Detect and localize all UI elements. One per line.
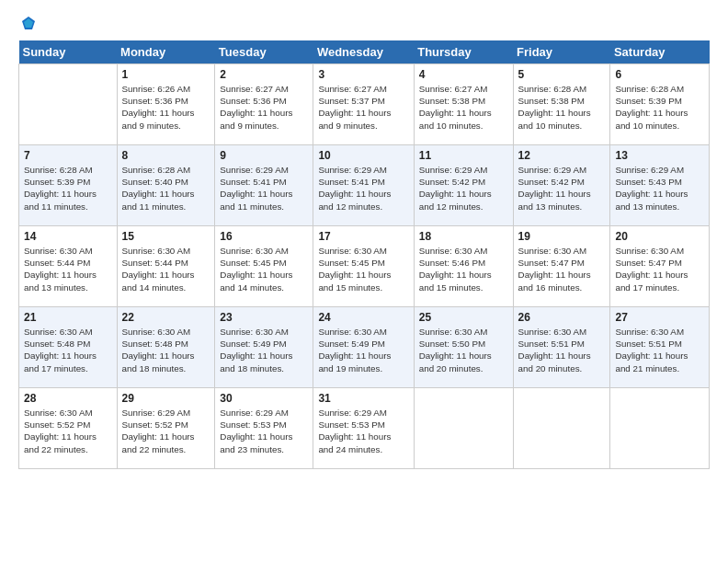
calendar-header-row: SundayMondayTuesdayWednesdayThursdayFrid… (19, 40, 710, 64)
day-info: Sunrise: 6:29 AM Sunset: 5:41 PM Dayligh… (220, 164, 308, 213)
day-number: 16 (220, 230, 308, 243)
day-number: 21 (24, 311, 112, 324)
day-info: Sunrise: 6:29 AM Sunset: 5:53 PM Dayligh… (318, 407, 408, 455)
day-info: Sunrise: 6:29 AM Sunset: 5:53 PM Dayligh… (220, 407, 308, 455)
header (18, 15, 710, 31)
calendar-cell: 23Sunrise: 6:30 AM Sunset: 5:49 PM Dayli… (215, 307, 313, 388)
day-number: 31 (318, 392, 408, 405)
day-info: Sunrise: 6:30 AM Sunset: 5:48 PM Dayligh… (24, 326, 112, 374)
weekday-header: Monday (117, 40, 215, 64)
weekday-header: Saturday (610, 40, 710, 64)
calendar-cell: 26Sunrise: 6:30 AM Sunset: 5:51 PM Dayli… (513, 307, 610, 388)
day-number: 26 (518, 311, 606, 324)
day-info: Sunrise: 6:27 AM Sunset: 5:36 PM Dayligh… (220, 83, 308, 132)
day-info: Sunrise: 6:29 AM Sunset: 5:43 PM Dayligh… (615, 164, 704, 213)
calendar-cell (513, 388, 610, 469)
calendar-week-row: 14Sunrise: 6:30 AM Sunset: 5:44 PM Dayli… (19, 226, 710, 307)
day-info: Sunrise: 6:30 AM Sunset: 5:48 PM Dayligh… (122, 326, 210, 374)
calendar-cell: 24Sunrise: 6:30 AM Sunset: 5:49 PM Dayli… (313, 307, 414, 388)
calendar-cell: 17Sunrise: 6:30 AM Sunset: 5:45 PM Dayli… (313, 226, 414, 307)
day-info: Sunrise: 6:30 AM Sunset: 5:52 PM Dayligh… (24, 407, 112, 455)
calendar-week-row: 1Sunrise: 6:26 AM Sunset: 5:36 PM Daylig… (19, 64, 710, 145)
calendar-cell: 18Sunrise: 6:30 AM Sunset: 5:46 PM Dayli… (414, 226, 513, 307)
day-info: Sunrise: 6:30 AM Sunset: 5:51 PM Dayligh… (518, 326, 606, 374)
day-info: Sunrise: 6:30 AM Sunset: 5:49 PM Dayligh… (318, 326, 408, 374)
day-info: Sunrise: 6:30 AM Sunset: 5:46 PM Dayligh… (419, 245, 508, 293)
day-number: 2 (220, 68, 308, 81)
day-number: 10 (318, 149, 408, 162)
day-info: Sunrise: 6:30 AM Sunset: 5:50 PM Dayligh… (419, 326, 508, 374)
day-number: 23 (220, 311, 308, 324)
calendar-cell: 1Sunrise: 6:26 AM Sunset: 5:36 PM Daylig… (117, 64, 215, 145)
calendar-cell: 20Sunrise: 6:30 AM Sunset: 5:47 PM Dayli… (610, 226, 710, 307)
calendar-cell: 28Sunrise: 6:30 AM Sunset: 5:52 PM Dayli… (19, 388, 118, 469)
calendar-cell: 3Sunrise: 6:27 AM Sunset: 5:37 PM Daylig… (313, 64, 414, 145)
calendar-cell (19, 64, 118, 145)
weekday-header: Tuesday (215, 40, 313, 64)
day-number: 11 (419, 149, 508, 162)
day-number: 12 (518, 149, 606, 162)
day-number: 15 (122, 230, 210, 243)
day-number: 5 (518, 68, 606, 81)
day-number: 24 (318, 311, 408, 324)
day-number: 25 (419, 311, 508, 324)
calendar-cell: 2Sunrise: 6:27 AM Sunset: 5:36 PM Daylig… (215, 64, 313, 145)
calendar-cell: 6Sunrise: 6:28 AM Sunset: 5:39 PM Daylig… (610, 64, 710, 145)
day-info: Sunrise: 6:29 AM Sunset: 5:42 PM Dayligh… (419, 164, 508, 213)
calendar-cell: 11Sunrise: 6:29 AM Sunset: 5:42 PM Dayli… (414, 145, 513, 226)
calendar-cell: 21Sunrise: 6:30 AM Sunset: 5:48 PM Dayli… (19, 307, 118, 388)
calendar-cell: 7Sunrise: 6:28 AM Sunset: 5:39 PM Daylig… (19, 145, 118, 226)
calendar-cell: 8Sunrise: 6:28 AM Sunset: 5:40 PM Daylig… (117, 145, 215, 226)
day-info: Sunrise: 6:30 AM Sunset: 5:44 PM Dayligh… (122, 245, 210, 293)
day-number: 14 (24, 230, 112, 243)
day-info: Sunrise: 6:30 AM Sunset: 5:47 PM Dayligh… (518, 245, 606, 293)
page: SundayMondayTuesdayWednesdayThursdayFrid… (0, 0, 728, 478)
day-info: Sunrise: 6:30 AM Sunset: 5:45 PM Dayligh… (318, 245, 408, 293)
day-info: Sunrise: 6:29 AM Sunset: 5:52 PM Dayligh… (122, 407, 210, 455)
day-info: Sunrise: 6:30 AM Sunset: 5:44 PM Dayligh… (24, 245, 112, 293)
calendar-cell: 29Sunrise: 6:29 AM Sunset: 5:52 PM Dayli… (117, 388, 215, 469)
calendar-week-row: 21Sunrise: 6:30 AM Sunset: 5:48 PM Dayli… (19, 307, 710, 388)
day-info: Sunrise: 6:30 AM Sunset: 5:47 PM Dayligh… (615, 245, 704, 293)
calendar-cell: 25Sunrise: 6:30 AM Sunset: 5:50 PM Dayli… (414, 307, 513, 388)
calendar-cell: 22Sunrise: 6:30 AM Sunset: 5:48 PM Dayli… (117, 307, 215, 388)
day-number: 17 (318, 230, 408, 243)
day-number: 9 (220, 149, 308, 162)
day-info: Sunrise: 6:30 AM Sunset: 5:45 PM Dayligh… (220, 245, 308, 293)
day-number: 3 (318, 68, 408, 81)
day-number: 27 (615, 311, 704, 324)
day-info: Sunrise: 6:28 AM Sunset: 5:38 PM Dayligh… (518, 83, 606, 132)
day-info: Sunrise: 6:29 AM Sunset: 5:41 PM Dayligh… (318, 164, 408, 213)
calendar-cell: 27Sunrise: 6:30 AM Sunset: 5:51 PM Dayli… (610, 307, 710, 388)
weekday-header: Thursday (414, 40, 513, 64)
day-info: Sunrise: 6:30 AM Sunset: 5:49 PM Dayligh… (220, 326, 308, 374)
calendar-cell (414, 388, 513, 469)
day-number: 4 (419, 68, 508, 81)
calendar-cell: 5Sunrise: 6:28 AM Sunset: 5:38 PM Daylig… (513, 64, 610, 145)
calendar-cell: 13Sunrise: 6:29 AM Sunset: 5:43 PM Dayli… (610, 145, 710, 226)
day-number: 13 (615, 149, 704, 162)
calendar-cell: 30Sunrise: 6:29 AM Sunset: 5:53 PM Dayli… (215, 388, 313, 469)
day-number: 18 (419, 230, 508, 243)
day-number: 28 (24, 392, 112, 405)
day-info: Sunrise: 6:30 AM Sunset: 5:51 PM Dayligh… (615, 326, 704, 374)
calendar-cell: 9Sunrise: 6:29 AM Sunset: 5:41 PM Daylig… (215, 145, 313, 226)
calendar-table: SundayMondayTuesdayWednesdayThursdayFrid… (18, 40, 710, 469)
calendar-week-row: 28Sunrise: 6:30 AM Sunset: 5:52 PM Dayli… (19, 388, 710, 469)
day-number: 29 (122, 392, 210, 405)
calendar-cell: 14Sunrise: 6:30 AM Sunset: 5:44 PM Dayli… (19, 226, 118, 307)
day-number: 19 (518, 230, 606, 243)
day-info: Sunrise: 6:27 AM Sunset: 5:38 PM Dayligh… (419, 83, 508, 132)
weekday-header: Sunday (19, 40, 118, 64)
day-number: 7 (24, 149, 112, 162)
day-info: Sunrise: 6:28 AM Sunset: 5:39 PM Dayligh… (24, 164, 112, 213)
day-info: Sunrise: 6:27 AM Sunset: 5:37 PM Dayligh… (318, 83, 408, 132)
day-number: 1 (122, 68, 210, 81)
calendar-cell: 15Sunrise: 6:30 AM Sunset: 5:44 PM Dayli… (117, 226, 215, 307)
calendar-cell: 19Sunrise: 6:30 AM Sunset: 5:47 PM Dayli… (513, 226, 610, 307)
weekday-header: Wednesday (313, 40, 414, 64)
day-info: Sunrise: 6:26 AM Sunset: 5:36 PM Dayligh… (122, 83, 210, 132)
day-number: 22 (122, 311, 210, 324)
calendar-cell: 16Sunrise: 6:30 AM Sunset: 5:45 PM Dayli… (215, 226, 313, 307)
day-number: 30 (220, 392, 308, 405)
